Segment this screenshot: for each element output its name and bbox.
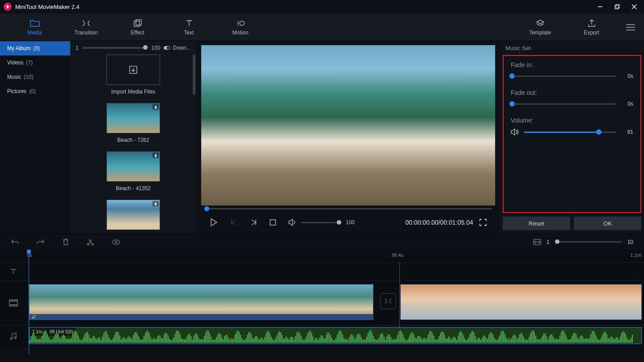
- video-indicator-icon: ▮: [153, 104, 159, 110]
- svg-rect-6: [136, 20, 141, 25]
- media-thumbnail[interactable]: ▮: [106, 200, 160, 230]
- text-track[interactable]: [0, 262, 644, 280]
- undo-button[interactable]: [11, 238, 19, 246]
- minimize-button[interactable]: [597, 4, 606, 9]
- timeline-ruler[interactable]: 0s 38.4s 1.1m: [0, 250, 644, 262]
- sidebar-item-count: (8): [34, 45, 40, 51]
- sidebar-item-pictures[interactable]: Pictures (0): [0, 84, 70, 98]
- close-button[interactable]: [631, 4, 640, 9]
- media-scrollbar[interactable]: [193, 55, 195, 234]
- preview-volume-value: 100: [346, 219, 355, 226]
- panel-title: Music Set: [500, 41, 644, 55]
- tab-label: Template: [529, 30, 551, 36]
- fade-out-value: 0s: [622, 101, 633, 107]
- transition-slot[interactable]: [380, 293, 396, 309]
- sidebar-item-music[interactable]: Music (10): [0, 70, 70, 84]
- svg-point-12: [167, 47, 169, 49]
- svg-rect-5: [134, 21, 140, 26]
- fade-out-slider[interactable]: [511, 103, 616, 105]
- svg-rect-2: [616, 4, 619, 8]
- text-icon: [185, 18, 194, 28]
- preview-image: [201, 45, 495, 205]
- thumbnail-zoom-slider[interactable]: [82, 47, 148, 49]
- audio-clip[interactable]: 1.1m ♪ 09 Unit 5(9): [29, 327, 642, 344]
- sidebar-item-label: Music: [7, 74, 21, 80]
- tab-transition[interactable]: Transition: [60, 18, 112, 36]
- app-logo-icon: [4, 3, 12, 11]
- menu-button[interactable]: [617, 24, 644, 30]
- seek-slider[interactable]: [204, 208, 492, 209]
- redo-button[interactable]: [37, 238, 45, 246]
- stop-button[interactable]: [270, 219, 276, 226]
- music-volume-slider[interactable]: [524, 132, 616, 133]
- sidebar-item-label: Videos: [7, 60, 23, 66]
- svg-rect-14: [270, 220, 275, 225]
- timeline-zoom-min: 1: [547, 239, 550, 245]
- mute-button[interactable]: [288, 219, 297, 226]
- sidebar-item-count: (10): [24, 74, 33, 80]
- volume-value: 81: [622, 129, 633, 135]
- music-set-highlight: Fade in: 0s Fade out: 0s Volume:: [503, 55, 641, 213]
- video-clip[interactable]: [400, 284, 642, 320]
- prev-frame-button[interactable]: [230, 219, 237, 226]
- speaker-icon: 🔊: [31, 315, 36, 319]
- app-title: MiniTool MovieMaker 2.4: [15, 4, 597, 10]
- next-frame-button[interactable]: [250, 219, 257, 226]
- fade-in-slider[interactable]: [511, 76, 616, 77]
- audio-track-icon: [0, 325, 27, 347]
- tab-motion[interactable]: Motion: [215, 18, 266, 36]
- crop-button[interactable]: [112, 238, 121, 246]
- split-button[interactable]: [87, 238, 94, 246]
- download-button[interactable]: Down...: [164, 45, 191, 51]
- play-button[interactable]: [210, 218, 218, 227]
- export-icon: [587, 18, 596, 28]
- media-browser: 1 100 Down... Import Media Files ▮ Beach…: [70, 41, 196, 234]
- reset-button[interactable]: Reset: [503, 217, 570, 230]
- timeline-zoom-slider[interactable]: [555, 241, 622, 243]
- video-track-icon: [0, 281, 27, 325]
- delete-button[interactable]: [63, 238, 69, 246]
- thumbnail-caption: Beach - 41352: [84, 185, 183, 192]
- fade-out-label: Fade out:: [511, 89, 633, 96]
- preview-panel: 100 00:00:00.00/00:01:05.04: [196, 41, 500, 234]
- svg-point-16: [92, 243, 93, 245]
- main-toolbar: Media Transition Effect Text Motion Temp…: [0, 13, 644, 41]
- preview-viewport: [201, 45, 496, 206]
- tab-text[interactable]: Text: [163, 18, 215, 36]
- preview-volume-slider[interactable]: [301, 222, 341, 223]
- tab-media[interactable]: Media: [9, 18, 60, 36]
- tab-template[interactable]: Template: [514, 18, 566, 36]
- properties-panel: Music Set Fade in: 0s Fade out: 0s Volum…: [500, 41, 644, 234]
- time-display: 00:00:00.00/00:01:05.04: [405, 219, 473, 226]
- volume-label: Volume:: [511, 117, 633, 124]
- video-indicator-icon: ▮: [153, 201, 159, 206]
- tab-export[interactable]: Export: [566, 18, 617, 36]
- tab-label: Motion: [232, 30, 248, 36]
- ruler-tick: 1.1m: [631, 252, 641, 258]
- maximize-button[interactable]: [614, 4, 623, 9]
- video-clip[interactable]: 🔊: [29, 284, 373, 320]
- fullscreen-button[interactable]: [479, 219, 487, 226]
- media-thumbnail[interactable]: ▮: [106, 103, 160, 133]
- ruler-tick: 38.4s: [391, 252, 403, 258]
- import-media-button[interactable]: [106, 55, 160, 85]
- effect-icon: [133, 18, 142, 28]
- tab-effect[interactable]: Effect: [112, 18, 163, 36]
- sidebar-item-count: (7): [26, 60, 33, 66]
- fade-in-label: Fade in:: [511, 61, 633, 68]
- fit-timeline-button[interactable]: [533, 239, 541, 245]
- titlebar: MiniTool MovieMaker 2.4: [0, 0, 644, 13]
- tab-label: Text: [184, 30, 194, 36]
- audio-track[interactable]: 1.1m ♪ 09 Unit 5(9): [0, 325, 644, 347]
- media-thumbnail[interactable]: ▮: [106, 151, 160, 182]
- template-icon: [536, 18, 545, 28]
- ok-button[interactable]: OK: [574, 217, 641, 230]
- timeline: 0s 38.4s 1.1m 🔊 1.1m: [0, 250, 644, 347]
- fade-in-value: 0s: [622, 73, 633, 79]
- video-track[interactable]: 🔊: [0, 280, 644, 325]
- text-track-icon: [0, 263, 27, 280]
- sidebar-item-videos[interactable]: Videos (7): [0, 55, 70, 70]
- transition-icon: [81, 18, 91, 28]
- svg-rect-1: [615, 5, 619, 9]
- sidebar-item-my-album[interactable]: My Album (8): [0, 41, 70, 55]
